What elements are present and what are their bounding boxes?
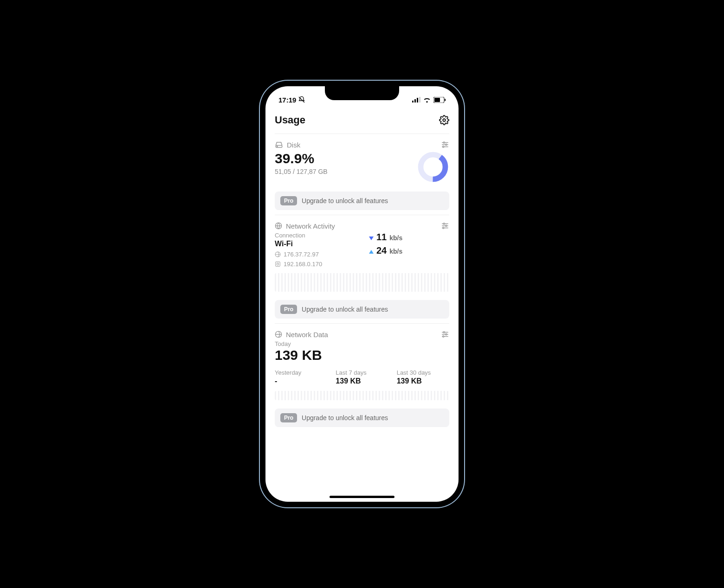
svg-rect-26 bbox=[276, 262, 280, 267]
svg-point-24 bbox=[443, 227, 444, 229]
pro-badge: Pro bbox=[280, 196, 297, 205]
network-activity-card: Network Activity Connection Wi-Fi bbox=[275, 215, 449, 319]
pro-banner-network[interactable]: Pro Upgrade to unlock all features bbox=[275, 300, 449, 319]
pro-text: Upgrade to unlock all features bbox=[302, 197, 388, 205]
cell-value: - bbox=[275, 377, 327, 385]
cell-value: 139 KB bbox=[397, 377, 449, 385]
svg-point-30 bbox=[443, 332, 445, 333]
svg-rect-3 bbox=[419, 97, 420, 102]
svg-rect-2 bbox=[417, 98, 418, 102]
gear-icon[interactable] bbox=[439, 115, 449, 125]
pro-banner-disk[interactable]: Pro Upgrade to unlock all features bbox=[275, 192, 449, 210]
globe-icon bbox=[275, 222, 282, 230]
svg-point-32 bbox=[446, 334, 447, 335]
local-ip-icon bbox=[275, 261, 281, 267]
cell-value: 139 KB bbox=[336, 377, 388, 385]
pro-banner-data[interactable]: Pro Upgrade to unlock all features bbox=[275, 409, 449, 427]
disk-donut-chart bbox=[417, 151, 449, 183]
cell-label: Last 7 days bbox=[336, 369, 388, 376]
svg-point-13 bbox=[446, 144, 447, 146]
notch bbox=[325, 86, 399, 100]
bell-slash-icon bbox=[298, 96, 305, 103]
network-sparkline bbox=[275, 273, 449, 292]
network-data-card: Network Data Today 139 KB Yesterday - La… bbox=[275, 323, 449, 427]
svg-point-7 bbox=[443, 119, 446, 121]
svg-point-27 bbox=[277, 263, 278, 265]
svg-rect-1 bbox=[414, 99, 416, 102]
sliders-icon[interactable] bbox=[441, 222, 449, 230]
wifi-icon bbox=[423, 97, 431, 103]
svg-point-34 bbox=[443, 336, 444, 337]
svg-rect-5 bbox=[434, 98, 440, 102]
sliders-icon[interactable] bbox=[441, 141, 449, 149]
disk-section-label: Disk bbox=[287, 141, 300, 149]
local-ip: 192.168.0.170 bbox=[284, 261, 322, 268]
svg-rect-6 bbox=[445, 99, 446, 101]
page-title: Usage bbox=[275, 114, 305, 126]
disk-icon bbox=[275, 141, 283, 149]
status-time: 17:19 bbox=[278, 96, 296, 104]
disk-detail: 51,05 / 127,87 GB bbox=[275, 168, 328, 175]
upload-unit: kb/s bbox=[389, 248, 402, 255]
public-ip: 176.37.72.97 bbox=[284, 251, 319, 258]
cell-label: Yesterday bbox=[275, 369, 327, 376]
cell-label: Last 30 days bbox=[397, 369, 449, 376]
pro-text: Upgrade to unlock all features bbox=[302, 414, 388, 422]
pro-badge: Pro bbox=[280, 305, 297, 314]
globe-icon bbox=[275, 331, 282, 338]
content: Usage Disk bbox=[265, 107, 459, 502]
data-cell-yesterday: Yesterday - bbox=[275, 369, 327, 385]
svg-point-15 bbox=[443, 146, 444, 147]
svg-rect-0 bbox=[412, 101, 414, 102]
battery-icon bbox=[433, 97, 446, 103]
pro-text: Upgrade to unlock all features bbox=[302, 306, 388, 313]
connection-label: Connection bbox=[275, 232, 355, 239]
network-data-label: Network Data bbox=[286, 331, 328, 339]
sliders-icon[interactable] bbox=[441, 330, 449, 339]
svg-point-22 bbox=[446, 225, 447, 227]
phone-frame: 17:19 Usage bbox=[260, 81, 464, 507]
cellular-icon bbox=[412, 97, 420, 102]
upload-icon bbox=[369, 250, 374, 254]
screen: 17:19 Usage bbox=[265, 86, 459, 502]
pro-badge: Pro bbox=[280, 413, 297, 422]
upload-speed: 24 bbox=[376, 245, 387, 256]
home-indicator[interactable] bbox=[330, 496, 394, 498]
svg-point-9 bbox=[277, 146, 278, 147]
svg-point-11 bbox=[443, 142, 445, 143]
download-icon bbox=[369, 236, 374, 240]
data-cell-30days: Last 30 days 139 KB bbox=[397, 369, 449, 385]
network-activity-label: Network Activity bbox=[286, 222, 335, 230]
data-sparkline bbox=[275, 391, 449, 400]
today-value: 139 KB bbox=[275, 347, 449, 363]
connection-value: Wi-Fi bbox=[275, 240, 355, 248]
today-label: Today bbox=[275, 340, 449, 347]
svg-point-20 bbox=[443, 223, 445, 224]
disk-percent: 39.9% bbox=[275, 151, 328, 166]
page-header: Usage bbox=[275, 110, 449, 134]
globe-icon bbox=[275, 251, 281, 257]
disk-card: Disk 39.9% 51,05 / 127,87 GB bbox=[275, 134, 449, 210]
data-cell-7days: Last 7 days 139 KB bbox=[336, 369, 388, 385]
download-unit: kb/s bbox=[389, 234, 402, 242]
download-speed: 11 bbox=[376, 232, 387, 243]
